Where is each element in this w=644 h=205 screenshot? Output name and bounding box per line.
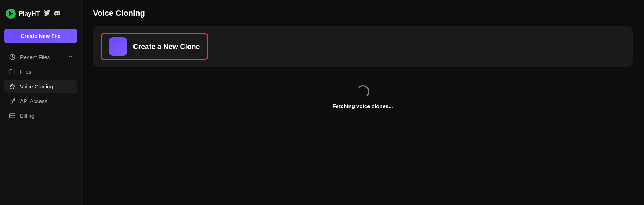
play-triangle-icon	[9, 11, 13, 16]
sidebar-item-api-access[interactable]: API Access	[4, 94, 77, 108]
loading-spinner	[356, 85, 369, 98]
social-icons-group	[44, 10, 60, 18]
page-title: Voice Cloning	[93, 9, 633, 18]
voice-cloning-icon	[9, 83, 16, 89]
sidebar-item-files[interactable]: Files	[4, 65, 77, 78]
svg-marker-1	[10, 84, 15, 88]
svg-rect-2	[9, 114, 15, 118]
loading-text: Fetching voice clones...	[332, 103, 393, 109]
sidebar-item-billing-label: Billing	[20, 113, 73, 119]
loading-area: Fetching voice clones...	[93, 85, 633, 109]
clock-icon	[9, 54, 16, 60]
create-new-file-button[interactable]: Create New File	[4, 29, 77, 43]
sidebar-item-files-label: Files	[20, 69, 73, 75]
sidebar-item-voice-cloning[interactable]: Voice Cloning	[4, 80, 77, 93]
sidebar-item-billing[interactable]: Billing	[4, 109, 77, 122]
sidebar-item-api-access-label: API Access	[20, 98, 73, 104]
chevron-down-icon	[68, 54, 73, 60]
credit-card-icon	[9, 113, 16, 119]
main-content: Voice Cloning + Create a New Clone Fetch…	[82, 0, 644, 205]
sidebar-nav: Recent Files Files Voice Cloning	[4, 50, 77, 122]
sidebar-item-voice-cloning-label: Voice Cloning	[20, 83, 73, 89]
logo-area: PlayHT	[4, 6, 77, 21]
folder-icon	[9, 69, 16, 75]
plus-icon: +	[115, 42, 121, 51]
key-icon	[9, 98, 16, 104]
create-new-clone-label: Create a New Clone	[133, 43, 200, 51]
create-new-clone-button[interactable]: + Create a New Clone	[102, 34, 207, 59]
voice-clones-card: + Create a New Clone	[93, 26, 633, 67]
logo-text: PlayHT	[19, 10, 40, 18]
discord-icon[interactable]	[54, 10, 60, 18]
playht-logo-icon	[6, 9, 16, 19]
sidebar: PlayHT Create New File Re	[0, 0, 82, 205]
twitter-icon[interactable]	[44, 10, 50, 18]
sidebar-item-recent-files-label: Recent Files	[20, 54, 64, 60]
page-header: Voice Cloning	[93, 9, 633, 18]
plus-icon-wrapper: +	[109, 37, 127, 56]
sidebar-item-recent-files[interactable]: Recent Files	[4, 50, 77, 64]
